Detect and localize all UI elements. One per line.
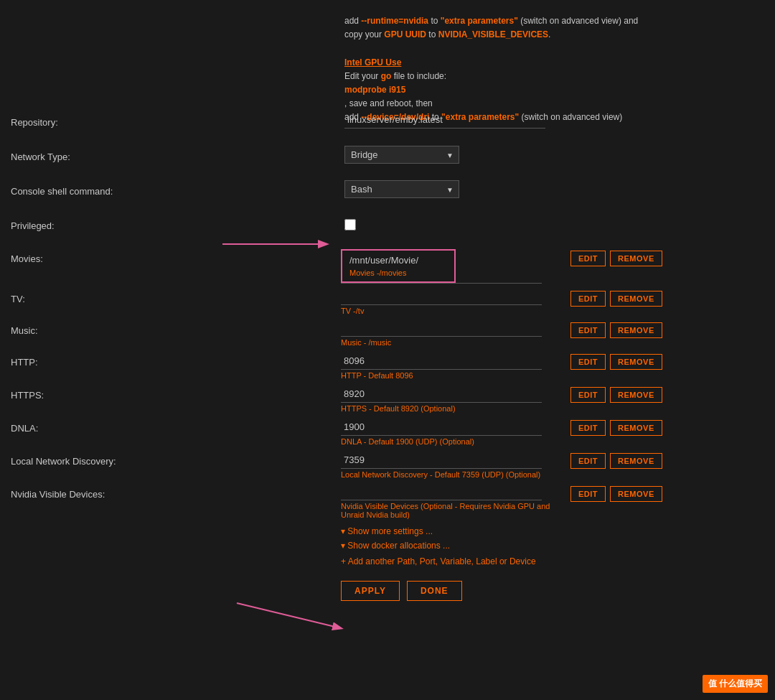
https-remove-button[interactable]: REMOVE (610, 387, 662, 403)
http-input[interactable] (341, 353, 542, 370)
svg-line-3 (237, 603, 341, 628)
intel-gpu-link[interactable]: Intel GPU Use (344, 57, 401, 67)
network-type-select[interactable]: Bridge Host None Custom (344, 146, 459, 164)
https-label: HTTPS: (11, 386, 154, 401)
movies-label: Movies: (11, 249, 154, 264)
nvidia-devices-text: NVIDIA_VISIBLE_DEVICES (438, 29, 548, 39)
intel-line-1: Edit your go file to include: (344, 70, 761, 83)
movies-edit-button[interactable]: EDIT (570, 251, 606, 266)
tv-hint: TV -/tv (341, 307, 556, 315)
privileged-checkbox[interactable] (344, 219, 356, 230)
http-hint: HTTP - Default 8096 (341, 371, 556, 380)
show-docker-allocations-link[interactable]: ▾ Show docker allocations ... (341, 541, 764, 551)
overview-line-1: add --runtime=nvidia to "extra parameter… (344, 14, 761, 28)
repository-input[interactable] (344, 111, 545, 129)
show-more-settings-link[interactable]: ▾ Show more settings ... (341, 526, 764, 536)
https-input[interactable] (341, 386, 542, 403)
dnla-hint: DNLA - Default 1900 (UDP) (Optional) (341, 437, 556, 446)
movies-tooltip-path: /mnt/user/Movie/ (349, 255, 447, 266)
music-hint: Music - /music (341, 338, 556, 347)
dnla-remove-button[interactable]: REMOVE (610, 420, 662, 436)
apply-button[interactable]: APPLY (341, 581, 400, 601)
https-hint: HTTPS - Default 8920 (Optional) (341, 404, 556, 413)
tv-label: TV: (11, 289, 154, 304)
add-another-link[interactable]: + Add another Path, Port, Variable, Labe… (341, 556, 764, 566)
local-network-edit-button[interactable]: EDIT (570, 453, 606, 469)
console-select[interactable]: Bash sh zsh (344, 180, 459, 198)
http-remove-button[interactable]: REMOVE (610, 354, 662, 370)
movies-remove-button[interactable]: REMOVE (610, 251, 662, 266)
nvidia-remove-button[interactable]: REMOVE (610, 486, 662, 502)
extra-params-text: "extra parameters" (441, 16, 518, 26)
movies-tooltip-hint: Movies -/movies (349, 269, 447, 277)
repository-label: Repository: (11, 111, 169, 128)
network-type-select-wrapper[interactable]: Bridge Host None Custom (344, 146, 459, 164)
tv-remove-button[interactable]: REMOVE (610, 291, 662, 307)
nvidia-edit-button[interactable]: EDIT (570, 486, 606, 502)
dnla-label: DNLA: (11, 419, 154, 434)
done-button[interactable]: DONE (407, 581, 462, 601)
intel-line-3: , save and reboot, then (344, 97, 761, 111)
nvidia-label: Nvidia Visible Devices: (11, 485, 154, 500)
dnla-input[interactable] (341, 419, 542, 436)
runtime-param: --runtime=nvidia (361, 16, 428, 26)
local-network-input[interactable] (341, 452, 542, 469)
nvidia-hint: Nvidia Visible Devices (Optional - Requi… (341, 502, 556, 519)
local-network-remove-button[interactable]: REMOVE (610, 453, 662, 469)
music-label: Music: (11, 321, 154, 336)
local-network-label: Local Network Discovery: (11, 452, 154, 467)
gpu-uuid-text: GPU UUID (384, 29, 426, 39)
music-remove-button[interactable]: REMOVE (610, 322, 662, 338)
http-label: HTTP: (11, 353, 154, 368)
tv-edit-button[interactable]: EDIT (570, 291, 606, 307)
watermark: 值 什么值得买 (703, 675, 768, 693)
intel-line-2: modprobe i915 (344, 83, 761, 97)
dnla-edit-button[interactable]: EDIT (570, 420, 606, 436)
console-label: Console shell command: (11, 180, 169, 197)
local-network-hint: Local Network Discovery - Default 7359 (… (341, 470, 556, 479)
music-edit-button[interactable]: EDIT (570, 322, 606, 338)
https-edit-button[interactable]: EDIT (570, 387, 606, 403)
privileged-label: Privileged: (11, 215, 169, 231)
bottom-buttons: APPLY DONE (341, 581, 764, 601)
network-type-label: Network Type: (11, 146, 169, 162)
console-select-wrapper[interactable]: Bash sh zsh (344, 180, 459, 198)
http-edit-button[interactable]: EDIT (570, 354, 606, 370)
movies-tooltip: /mnt/user/Movie/ Movies -/movies (341, 249, 456, 283)
overview-line-2: copy your GPU UUID to NVIDIA_VISIBLE_DEV… (344, 28, 761, 42)
